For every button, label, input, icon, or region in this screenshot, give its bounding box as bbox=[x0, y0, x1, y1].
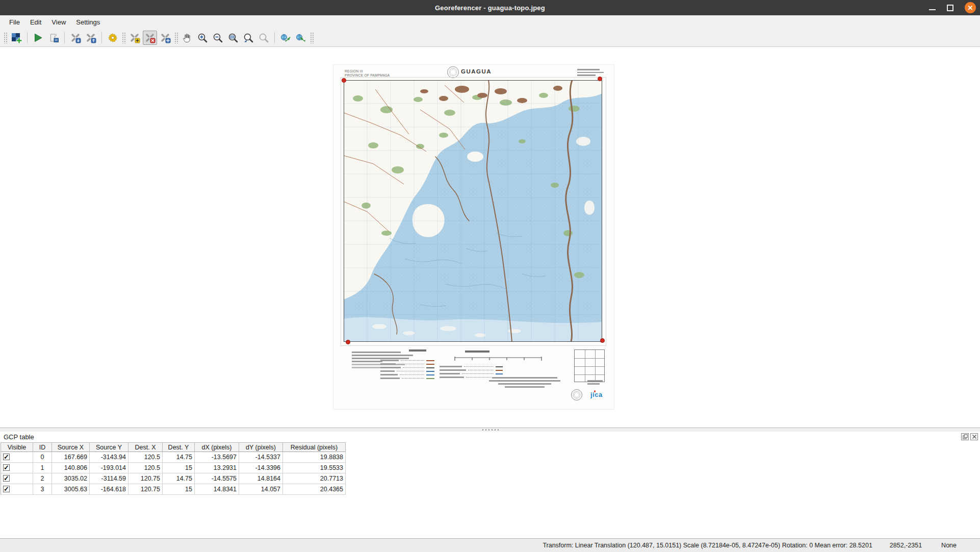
gcp-row-2: 23035.02-3114.59120.7514.75-14.557514.81… bbox=[1, 473, 346, 484]
topo-map-image[interactable] bbox=[344, 80, 602, 342]
transformation-settings-button[interactable] bbox=[106, 31, 120, 45]
sheet-id-text bbox=[587, 380, 605, 385]
gcp-marker-0[interactable] bbox=[342, 78, 346, 83]
map-sheet[interactable]: REGION III PROVINCE OF PAMPANGA GUAGUA bbox=[333, 64, 614, 410]
delete-point-icon bbox=[144, 32, 156, 43]
add-point-button[interactable] bbox=[127, 31, 142, 45]
cell-visible[interactable] bbox=[1, 463, 33, 473]
toolbar-drag-handle[interactable] bbox=[4, 32, 7, 43]
map-seal-icon bbox=[447, 66, 459, 78]
cell-visible[interactable] bbox=[1, 452, 33, 463]
load-gcp-points-icon bbox=[70, 32, 81, 43]
cell-id[interactable]: 2 bbox=[33, 473, 52, 484]
cell-dest_y[interactable]: 14.75 bbox=[163, 473, 195, 484]
cell-dest_y[interactable]: 15 bbox=[163, 484, 195, 495]
cell-source_x[interactable]: 3005.63 bbox=[52, 484, 90, 495]
delete-point-button[interactable] bbox=[143, 31, 157, 45]
visible-checkbox[interactable] bbox=[3, 475, 10, 482]
cell-residual[interactable]: 20.7713 bbox=[283, 473, 346, 484]
cell-dest_x[interactable]: 120.5 bbox=[128, 452, 163, 463]
open-raster-button[interactable] bbox=[9, 31, 23, 45]
column-header-visible: Visible bbox=[1, 443, 33, 452]
load-gcp-points-button[interactable] bbox=[68, 31, 83, 45]
save-gcp-points-button[interactable] bbox=[84, 31, 98, 45]
sheet-number-text bbox=[577, 69, 604, 76]
menu-item-settings[interactable]: Settings bbox=[71, 17, 105, 28]
gcp-marker-1[interactable] bbox=[346, 340, 350, 344]
cell-dy[interactable]: 14.8164 bbox=[239, 473, 283, 484]
cell-dx[interactable]: -13.5697 bbox=[195, 452, 239, 463]
pan-button[interactable] bbox=[180, 31, 194, 45]
maximize-icon[interactable] bbox=[947, 5, 953, 11]
cell-dx[interactable]: 13.2931 bbox=[195, 463, 239, 473]
add-point-icon bbox=[129, 32, 140, 43]
zoom-last-button[interactable] bbox=[241, 31, 255, 45]
cell-source_x[interactable]: 3035.02 bbox=[52, 473, 90, 484]
gcp-table: VisibleIDSource XSource YDest. XDest. Yd… bbox=[1, 442, 346, 495]
cell-id[interactable]: 3 bbox=[33, 484, 52, 495]
minimize-icon[interactable] bbox=[929, 9, 936, 10]
move-point-button[interactable] bbox=[158, 31, 172, 45]
panel-splitter[interactable] bbox=[0, 428, 980, 432]
gcp-marker-2[interactable] bbox=[598, 77, 602, 81]
rotation-status: None bbox=[941, 542, 957, 549]
toolbar-drag-handle[interactable] bbox=[310, 32, 314, 43]
column-header-source_x: Source X bbox=[52, 443, 90, 452]
gcp-row-0: 0167.669-3143.94120.514.75-13.5697-14.53… bbox=[1, 452, 346, 463]
zoom-to-layer-button[interactable] bbox=[226, 31, 240, 45]
cell-source_y[interactable]: -193.014 bbox=[90, 463, 128, 473]
cell-id[interactable]: 1 bbox=[33, 463, 52, 473]
visible-checkbox[interactable] bbox=[3, 454, 10, 460]
zoom-out-button[interactable] bbox=[211, 31, 225, 45]
cell-dy[interactable]: -14.5337 bbox=[239, 452, 283, 463]
cell-visible[interactable] bbox=[1, 484, 33, 495]
cell-dy[interactable]: 14.057 bbox=[239, 484, 283, 495]
cell-visible[interactable] bbox=[1, 473, 33, 484]
column-header-source_y: Source Y bbox=[90, 443, 128, 452]
zoom-out-icon bbox=[212, 32, 223, 43]
cell-dy[interactable]: -14.3396 bbox=[239, 463, 283, 473]
toolbar-drag-handle[interactable] bbox=[122, 32, 125, 43]
map-title: GUAGUA bbox=[461, 68, 492, 74]
link-georeferencer-to-qgis-button[interactable] bbox=[278, 31, 293, 45]
close-icon[interactable]: ✕ bbox=[965, 2, 976, 13]
cell-residual[interactable]: 19.8838 bbox=[283, 452, 346, 463]
link-qgis-to-georeferencer-button[interactable] bbox=[294, 31, 308, 45]
cell-residual[interactable]: 19.5533 bbox=[283, 463, 346, 473]
georeferencer-canvas[interactable]: REGION III PROVINCE OF PAMPANGA GUAGUA bbox=[0, 47, 980, 428]
cell-dest_x[interactable]: 120.75 bbox=[128, 473, 163, 484]
toolbar-drag-handle[interactable] bbox=[174, 32, 178, 43]
zoom-in-button[interactable] bbox=[195, 31, 210, 45]
cell-source_y[interactable]: -3143.94 bbox=[90, 452, 128, 463]
zoom-last-icon bbox=[243, 32, 254, 43]
generate-gdal-script-button[interactable] bbox=[46, 31, 61, 45]
visible-checkbox[interactable] bbox=[3, 464, 10, 471]
cell-source_x[interactable]: 167.669 bbox=[52, 452, 90, 463]
dock-float-button[interactable] bbox=[961, 433, 969, 440]
column-header-dy: dY (pixels) bbox=[239, 443, 283, 452]
cell-source_x[interactable]: 140.806 bbox=[52, 463, 90, 473]
cursor-coordinates: 2852,-2351 bbox=[890, 542, 922, 549]
cell-source_y[interactable]: -164.618 bbox=[90, 484, 128, 495]
menu-item-file[interactable]: File bbox=[4, 17, 25, 28]
gcp-marker-3[interactable] bbox=[600, 338, 605, 343]
dock-close-button[interactable] bbox=[970, 433, 978, 440]
start-georeferencing-button[interactable] bbox=[31, 31, 45, 45]
topo-map-graphic bbox=[344, 80, 602, 342]
menu-item-edit[interactable]: Edit bbox=[25, 17, 46, 28]
cell-residual[interactable]: 20.4365 bbox=[283, 484, 346, 495]
gcp-table-header: VisibleIDSource XSource YDest. XDest. Yd… bbox=[1, 443, 346, 452]
cell-source_y[interactable]: -3114.59 bbox=[90, 473, 128, 484]
zoom-next-button[interactable] bbox=[256, 31, 271, 45]
cell-dx[interactable]: 14.8341 bbox=[195, 484, 239, 495]
cell-dest_x[interactable]: 120.75 bbox=[128, 484, 163, 495]
gcp-panel-title: GCP table bbox=[4, 433, 34, 441]
cell-dest_y[interactable]: 15 bbox=[163, 463, 195, 473]
cell-id[interactable]: 0 bbox=[33, 452, 52, 463]
cell-dest_x[interactable]: 120.5 bbox=[128, 463, 163, 473]
visible-checkbox[interactable] bbox=[3, 486, 10, 492]
menu-item-view[interactable]: View bbox=[46, 17, 71, 28]
adjoining-sheets-diagram bbox=[574, 349, 605, 382]
cell-dest_y[interactable]: 14.75 bbox=[163, 452, 195, 463]
cell-dx[interactable]: -14.5575 bbox=[195, 473, 239, 484]
